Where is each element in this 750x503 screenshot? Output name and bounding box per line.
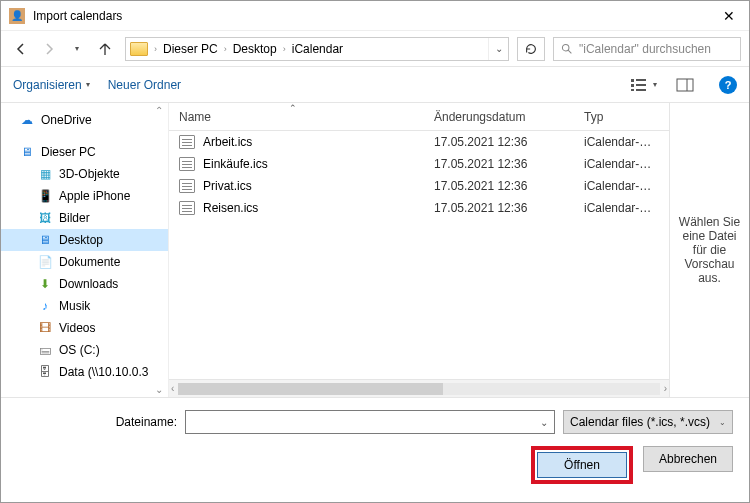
file-date: 17.05.2021 12:36 [424,135,574,149]
svg-rect-4 [631,89,634,91]
organize-button[interactable]: Organisieren ▾ [13,78,90,92]
sort-asc-icon: ⌃ [289,103,297,113]
filename-dropdown[interactable]: ⌄ [534,417,554,428]
preview-pane: Wählen Sie eine Datei für die Vorschau a… [669,103,749,397]
breadcrumb-item[interactable]: Desktop [231,42,279,56]
tree-item[interactable]: 🖼Bilder [1,207,168,229]
desk-icon: 🖥 [37,232,53,248]
tree-item[interactable]: ▦3D-Objekte [1,163,168,185]
search-input[interactable]: "iCalendar" durchsuchen [553,37,741,61]
tree-item[interactable]: 🗄Data (\\10.10.0.3 [1,361,168,383]
file-list: Arbeit.ics17.05.2021 12:36iCalendar-Date… [169,131,669,379]
nav-history-dropdown[interactable]: ▾ [65,37,89,61]
sidebar-scrollbar[interactable]: ⌃⌄ [152,103,166,397]
chevron-down-icon: ▾ [86,80,90,89]
view-list-icon [629,77,649,93]
col-date[interactable]: Änderungsdatum [424,110,574,124]
help-button[interactable]: ? [719,76,737,94]
file-name: Einkäufe.ics [203,157,268,171]
tree-item-label: Dokumente [59,255,120,269]
tree-item[interactable]: 📱Apple iPhone [1,185,168,207]
tree-item-this-pc[interactable]: 🖥 Dieser PC [1,141,168,163]
pics-icon: 🖼 [37,210,53,226]
data-icon: 🗄 [37,364,53,380]
tree-item-onedrive[interactable]: ☁ OneDrive [1,109,168,131]
music-icon: ♪ [37,298,53,314]
down-icon: ⬇ [37,276,53,292]
svg-line-1 [568,50,571,53]
file-row[interactable]: Privat.ics17.05.2021 12:36iCalendar-Date… [169,175,669,197]
svg-rect-8 [677,79,693,91]
nav-back-button[interactable] [9,37,33,61]
phone-icon: 📱 [37,188,53,204]
calendar-file-icon [179,157,195,171]
view-mode-button[interactable]: ▾ [629,77,657,93]
breadcrumb-item[interactable]: iCalendar [290,42,345,56]
tree-item-label: Apple iPhone [59,189,130,203]
sidebar: ☁ OneDrive 🖥 Dieser PC ▦3D-Objekte📱Apple… [1,103,169,397]
file-area: ⌃ Name Änderungsdatum Typ Arbeit.ics17.0… [169,103,669,397]
filename-input[interactable]: ⌄ [185,410,555,434]
open-button[interactable]: Öffnen [537,452,627,478]
calendar-file-icon [179,179,195,193]
file-row[interactable]: Einkäufe.ics17.05.2021 12:36iCalendar-Da… [169,153,669,175]
navbar: ▾ › Dieser PC › Desktop › iCalendar ⌄ "i… [1,31,749,67]
file-type: iCalendar-Datei [574,157,669,171]
chevron-right-icon[interactable]: › [281,44,288,54]
search-icon [560,42,573,55]
tree-item-label: Data (\\10.10.0.3 [59,365,148,379]
file-name: Privat.ics [203,179,252,193]
pc-icon: 🖥 [19,144,35,160]
file-row[interactable]: Reisen.ics17.05.2021 12:36iCalendar-Date… [169,197,669,219]
tree-item-label: 3D-Objekte [59,167,120,181]
refresh-button[interactable] [517,37,545,61]
file-dialog-window: 👤 Import calendars ✕ ▾ › Dieser PC › Des… [0,0,750,503]
chevron-right-icon[interactable]: › [152,44,159,54]
cancel-button[interactable]: Abbrechen [643,446,733,472]
nav-up-button[interactable] [93,37,117,61]
body: ☁ OneDrive 🖥 Dieser PC ▦3D-Objekte📱Apple… [1,103,749,397]
tree-item[interactable]: ⬇Downloads [1,273,168,295]
chevron-down-icon: ⌄ [719,418,726,427]
file-date: 17.05.2021 12:36 [424,179,574,193]
tree-item[interactable]: ♪Musik [1,295,168,317]
file-name: Reisen.ics [203,201,258,215]
nav-forward-button[interactable] [37,37,61,61]
address-bar[interactable]: › Dieser PC › Desktop › iCalendar ⌄ [125,37,509,61]
calendar-file-icon [179,135,195,149]
tree-item[interactable]: 📄Dokumente [1,251,168,273]
tree-item-label: Desktop [59,233,103,247]
preview-pane-icon [675,77,695,93]
calendar-file-icon [179,201,195,215]
preview-pane-button[interactable] [675,77,695,93]
drive-icon: 🖴 [37,342,53,358]
tree-item[interactable]: 🖴OS (C:) [1,339,168,361]
tree-item-label: Bilder [59,211,90,225]
new-folder-button[interactable]: Neuer Ordner [108,78,181,92]
file-type: iCalendar-Datei [574,179,669,193]
window-title: Import calendars [33,9,709,23]
column-headers: ⌃ Name Änderungsdatum Typ [169,103,669,131]
col-type[interactable]: Typ [574,110,669,124]
svg-point-0 [562,44,569,51]
chevron-right-icon[interactable]: › [222,44,229,54]
app-icon: 👤 [9,8,25,24]
file-type-filter[interactable]: Calendar files (*.ics, *.vcs) ⌄ [563,410,733,434]
folder-icon [130,42,148,56]
close-button[interactable]: ✕ [709,1,749,31]
address-dropdown[interactable]: ⌄ [488,38,508,60]
svg-rect-5 [636,79,646,81]
col-name[interactable]: ⌃ Name [169,110,424,124]
highlight-annotation: Öffnen [531,446,633,484]
tree-item[interactable]: 🖥Desktop [1,229,168,251]
breadcrumb-item[interactable]: Dieser PC [161,42,220,56]
file-date: 17.05.2021 12:36 [424,201,574,215]
vid-icon: 🎞 [37,320,53,336]
tree-item-label: Musik [59,299,90,313]
file-row[interactable]: Arbeit.ics17.05.2021 12:36iCalendar-Date… [169,131,669,153]
titlebar: 👤 Import calendars ✕ [1,1,749,31]
horizontal-scrollbar[interactable]: ‹› [169,379,669,397]
tree-item-label: Downloads [59,277,118,291]
tree-item[interactable]: 🎞Videos [1,317,168,339]
file-date: 17.05.2021 12:36 [424,157,574,171]
